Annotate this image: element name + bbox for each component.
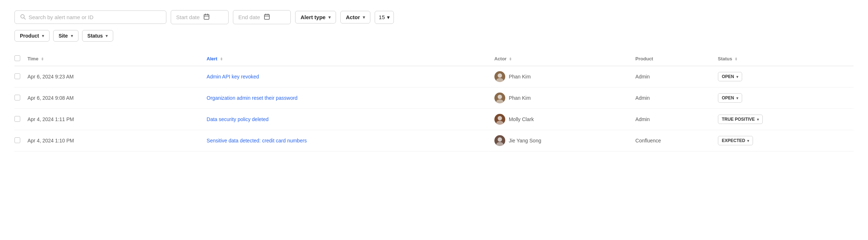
site-filter-button[interactable]: Site ▾ — [53, 30, 78, 42]
row-actor: Phan Kim — [494, 66, 635, 87]
row-status[interactable]: EXPECTED ▾ — [718, 130, 854, 151]
alert-link[interactable]: Data security policy deleted — [207, 116, 268, 122]
row-actor: Phan Kim — [494, 87, 635, 109]
toolbar-row-1: Start date End date — [14, 10, 854, 24]
chevron-down-icon: ▾ — [736, 75, 738, 79]
status-filter-button[interactable]: Status ▾ — [82, 30, 114, 42]
header-actor[interactable]: Actor ⇕ — [494, 52, 635, 66]
table-row: Apr 6, 2024 9:08 AMOrganization admin re… — [14, 87, 854, 109]
main-container: Start date End date — [0, 0, 868, 240]
search-input[interactable] — [29, 14, 161, 20]
row-product: Admin — [635, 66, 718, 87]
start-date-label: Start date — [176, 14, 200, 20]
row-alert[interactable]: Organization admin reset their password — [207, 87, 494, 109]
table-row: Apr 4, 2024 1:10 PMSensitive data detect… — [14, 130, 854, 151]
search-wrapper — [14, 10, 166, 24]
actor-label: Actor — [346, 14, 360, 20]
alert-type-dropdown[interactable]: Alert type ▾ — [295, 11, 336, 23]
chevron-down-icon: ▾ — [42, 34, 44, 38]
status-label: OPEN — [722, 95, 734, 100]
end-date-label: End date — [238, 14, 260, 20]
site-filter-label: Site — [59, 33, 68, 39]
svg-point-16 — [498, 137, 502, 142]
row-time: Apr 4, 2024 1:11 PM — [27, 109, 207, 130]
product-filter-label: Product — [20, 33, 39, 39]
header-checkbox-col — [14, 52, 27, 66]
svg-point-13 — [496, 99, 503, 103]
svg-point-11 — [496, 78, 503, 82]
actor-dropdown[interactable]: Actor ▾ — [340, 11, 370, 23]
row-checkbox[interactable] — [14, 137, 20, 143]
row-alert[interactable]: Sensitive data detected: credit card num… — [207, 130, 494, 151]
row-actor: Jie Yang Song — [494, 130, 635, 151]
avatar — [494, 71, 505, 82]
chevron-down-icon: ▾ — [736, 96, 738, 100]
row-checkbox[interactable] — [14, 95, 20, 100]
status-label: TRUE POSITIVE — [722, 117, 755, 122]
sort-icon-alert: ⇕ — [220, 57, 223, 61]
product-filter-button[interactable]: Product ▾ — [14, 30, 50, 42]
row-time: Apr 4, 2024 1:10 PM — [27, 130, 207, 151]
toolbar-row-2: Product ▾ Site ▾ Status ▾ — [14, 30, 854, 42]
alert-type-label: Alert type — [301, 14, 326, 20]
avatar — [494, 93, 505, 103]
header-product: Product — [635, 52, 718, 66]
status-badge[interactable]: OPEN ▾ — [718, 72, 742, 81]
row-checkbox[interactable] — [14, 73, 20, 79]
header-alert[interactable]: Alert ⇕ — [207, 52, 494, 66]
svg-rect-6 — [264, 14, 269, 20]
search-icon — [20, 14, 26, 21]
calendar-icon-end — [264, 13, 270, 21]
sort-icon-actor: ⇕ — [509, 57, 512, 61]
row-checkbox-cell — [14, 87, 27, 109]
select-all-checkbox[interactable] — [14, 55, 20, 61]
svg-point-15 — [496, 121, 503, 125]
row-alert[interactable]: Data security policy deleted — [207, 109, 494, 130]
table-row: Apr 6, 2024 9:23 AMAdmin API key revoked… — [14, 66, 854, 87]
row-alert[interactable]: Admin API key revoked — [207, 66, 494, 87]
status-badge[interactable]: OPEN ▾ — [718, 93, 742, 103]
row-status[interactable]: OPEN ▾ — [718, 87, 854, 109]
status-label: EXPECTED — [722, 138, 745, 143]
row-checkbox-cell — [14, 130, 27, 151]
row-time: Apr 6, 2024 9:23 AM — [27, 66, 207, 87]
calendar-icon-start — [203, 13, 210, 21]
row-time: Apr 6, 2024 9:08 AM — [27, 87, 207, 109]
avatar — [494, 135, 505, 146]
row-product: Admin — [635, 87, 718, 109]
alert-link[interactable]: Admin API key revoked — [207, 74, 259, 80]
alert-link[interactable]: Sensitive data detected: credit card num… — [207, 138, 307, 143]
row-status[interactable]: TRUE POSITIVE ▾ — [718, 109, 854, 130]
table-header-row: Time ⇕ Alert ⇕ Actor ⇕ Product Status ⇕ — [14, 52, 854, 66]
row-status[interactable]: OPEN ▾ — [718, 66, 854, 87]
chevron-down-icon: ▾ — [328, 15, 331, 20]
row-checkbox-cell — [14, 109, 27, 130]
row-product: Admin — [635, 109, 718, 130]
svg-point-10 — [498, 73, 502, 78]
header-status[interactable]: Status ⇕ — [718, 52, 854, 66]
chevron-down-icon: ▾ — [106, 34, 108, 38]
table-row: Apr 4, 2024 1:11 PMData security policy … — [14, 109, 854, 130]
alerts-table: Time ⇕ Alert ⇕ Actor ⇕ Product Status ⇕ … — [14, 52, 854, 151]
status-badge[interactable]: EXPECTED ▾ — [718, 136, 753, 145]
actor-name: Phan Kim — [509, 95, 531, 101]
alert-link[interactable]: Organization admin reset their password — [207, 95, 297, 101]
status-badge[interactable]: TRUE POSITIVE ▾ — [718, 115, 763, 124]
chevron-down-icon: ▾ — [747, 139, 749, 143]
chevron-down-icon: ▾ — [71, 34, 73, 38]
start-date-picker[interactable]: Start date — [171, 10, 229, 24]
svg-point-0 — [21, 14, 24, 18]
end-date-picker[interactable]: End date — [233, 10, 291, 24]
header-time[interactable]: Time ⇕ — [27, 52, 207, 66]
svg-rect-2 — [204, 14, 209, 20]
row-product: Confluence — [635, 130, 718, 151]
chevron-down-icon: ▾ — [757, 117, 759, 121]
row-checkbox[interactable] — [14, 116, 20, 122]
sort-icon-time: ⇕ — [41, 57, 44, 61]
actor-name: Phan Kim — [509, 74, 531, 80]
sort-icon-status: ⇕ — [735, 57, 737, 61]
svg-point-17 — [496, 142, 503, 146]
status-filter-label: Status — [88, 33, 103, 39]
page-size-dropdown[interactable]: 15 ▾ — [375, 11, 394, 24]
svg-point-12 — [498, 95, 502, 99]
